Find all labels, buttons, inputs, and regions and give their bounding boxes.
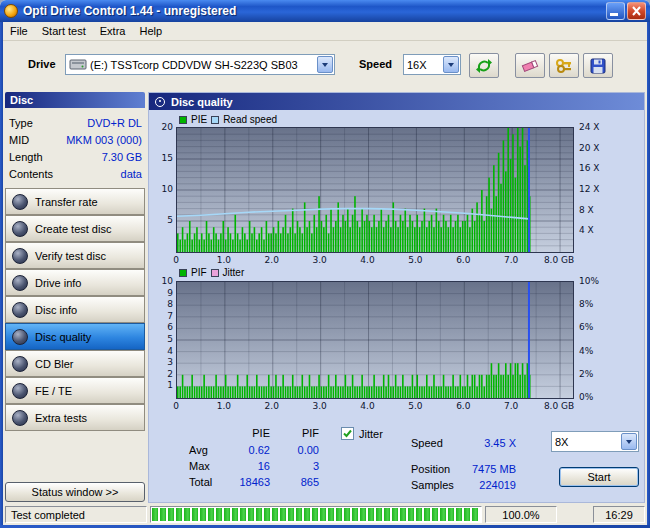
position-label: Position: [411, 463, 450, 475]
jitter-checkbox-label[interactable]: Jitter: [359, 428, 383, 440]
sidebar-item-label: Verify test disc: [35, 250, 106, 262]
speed-result-value: 3.45 X: [454, 437, 516, 449]
refresh-drives-button[interactable]: [469, 53, 499, 78]
drive-label: Drive: [28, 58, 56, 70]
legend-label-read-speed: Read speed: [223, 114, 277, 125]
legend-label-jitter: Jitter: [223, 267, 245, 278]
status-window-button[interactable]: Status window >>: [5, 482, 145, 502]
window-title: Opti Drive Control 1.44 - unregistered: [23, 4, 604, 18]
jitter-swatch-icon: [211, 269, 219, 277]
chevron-down-icon[interactable]: [443, 56, 459, 73]
chevron-down-icon[interactable]: [317, 56, 333, 73]
info-label: MID: [9, 134, 29, 149]
sidebar-item-label: Transfer rate: [35, 196, 98, 208]
app-window: Opti Drive Control 1.44 - unregistered F…: [0, 0, 650, 528]
start-button[interactable]: Start: [559, 467, 639, 487]
results-pie-header: PIE: [224, 427, 270, 439]
total-pif-value: 865: [277, 476, 319, 488]
sidebar-item-label: FE / TE: [35, 385, 72, 397]
minimize-button[interactable]: [606, 2, 625, 20]
drive-icon: [69, 58, 87, 71]
speed-label: Speed: [359, 58, 392, 70]
sidebar-item-fe-te[interactable]: FE / TE: [5, 377, 145, 404]
sidebar-item-transfer-rate[interactable]: Transfer rate: [5, 188, 145, 215]
sidebar-item-cd-bler[interactable]: CD Bler: [5, 350, 145, 377]
disc-info-type: Type DVD+R DL: [9, 117, 142, 132]
sidebar-item-verify-test-disc[interactable]: Verify test disc: [5, 242, 145, 269]
save-results-button[interactable]: [583, 53, 613, 78]
samples-value: 224019: [454, 479, 516, 491]
main-header: Disc quality: [149, 93, 644, 110]
minimize-icon: [610, 13, 618, 16]
info-value: data: [121, 168, 142, 183]
drive-select[interactable]: (E:) TSSTcorp CDDVDW SH-S223Q SB03: [65, 54, 335, 75]
sidebar-item-drive-info[interactable]: Drive info: [5, 269, 145, 296]
menu-start-test[interactable]: Start test: [35, 23, 93, 39]
close-button[interactable]: [627, 2, 646, 20]
app-icon: [4, 4, 18, 18]
pif-axis-labels: 12345678910: [149, 281, 173, 399]
toolbar: Drive (E:) TSSTcorp CDDVDW SH-S223Q SB03…: [3, 41, 647, 90]
total-label: Total: [189, 476, 212, 488]
extra-tests-icon: [12, 410, 28, 426]
samples-label: Samples: [411, 479, 454, 491]
results-pif-header: PIF: [277, 427, 319, 439]
disc-quality-icon: [12, 329, 28, 345]
sidebar: Disc Type DVD+R DL MID MKM 003 (000) Len…: [5, 92, 145, 503]
status-text: Test completed: [5, 506, 147, 523]
progress-percent: 100.0%: [485, 506, 557, 523]
speed-select-value: 16X: [404, 59, 442, 71]
position-value: 7475 MB: [454, 463, 516, 475]
jitter-checkbox[interactable]: [341, 427, 354, 440]
scan-speed-select[interactable]: 8X: [551, 431, 639, 452]
sidebar-item-label: Extra tests: [35, 412, 87, 424]
disc-info-length: Length 7.30 GB: [9, 151, 142, 166]
main-panel: Disc quality PIE Read speed 5101520 24 X…: [148, 92, 645, 503]
pif-chart-x-axis-labels: 01.02.03.04.05.06.07.08.0 GB: [176, 401, 574, 412]
erase-disc-button[interactable]: [515, 53, 545, 78]
refresh-icon: [475, 58, 493, 74]
pie-chart: 5101520 24 X20 X16 X12 X8 X4 X 01.02.03.…: [176, 127, 574, 253]
pif-chart-plot: [176, 281, 574, 399]
max-pie-value: 16: [224, 460, 270, 472]
avg-pie-value: 0.62: [224, 444, 270, 456]
sidebar-item-create-test-disc[interactable]: Create test disc: [5, 215, 145, 242]
menu-file[interactable]: File: [3, 23, 35, 39]
transfer-rate-icon: [12, 194, 28, 210]
sidebar-item-label: CD Bler: [35, 358, 74, 370]
total-pie-value: 18463: [224, 476, 270, 488]
eraser-icon: [520, 58, 540, 74]
menu-help[interactable]: Help: [132, 23, 169, 39]
jitter-axis-labels: 10%8%6%4%2%0%: [579, 281, 613, 399]
check-icon: [342, 428, 353, 439]
avg-pif-value: 0.00: [277, 444, 319, 456]
sidebar-item-disc-info[interactable]: Disc info: [5, 296, 145, 323]
menu-extra[interactable]: Extra: [93, 23, 133, 39]
clock-text: 16:29: [593, 506, 645, 523]
info-label: Type: [9, 117, 33, 132]
main-header-title: Disc quality: [171, 96, 233, 108]
progress-fill: [152, 508, 480, 521]
legend-label-pif: PIF: [191, 267, 207, 278]
sidebar-item-extra-tests[interactable]: Extra tests: [5, 404, 145, 431]
pie-chart-plot: [176, 127, 574, 253]
drive-info-icon: [12, 275, 28, 291]
window-frame-left: [0, 22, 3, 528]
sidebar-item-label: Drive info: [35, 277, 81, 289]
sidebar-item-disc-quality[interactable]: Disc quality: [5, 323, 145, 350]
pif-swatch-icon: [179, 269, 187, 277]
progress-bar: [150, 506, 482, 523]
pif-chart-legend: PIF Jitter: [179, 267, 244, 278]
license-key-button[interactable]: [549, 53, 579, 78]
sidebar-item-label: Disc info: [35, 304, 77, 316]
max-label: Max: [189, 460, 210, 472]
pif-chart: 12345678910 10%8%6%4%2%0% 01.02.03.04.05…: [176, 281, 574, 399]
avg-label: Avg: [189, 444, 208, 456]
statusbar: Test completed 100.0% 16:29: [3, 504, 647, 525]
info-label: Contents: [9, 168, 53, 183]
speed-select[interactable]: 16X: [403, 54, 461, 75]
chevron-down-icon[interactable]: [621, 433, 637, 450]
speed-result-label: Speed: [411, 437, 443, 449]
drive-select-value: (E:) TSSTcorp CDDVDW SH-S223Q SB03: [87, 59, 316, 71]
save-icon: [590, 58, 606, 74]
